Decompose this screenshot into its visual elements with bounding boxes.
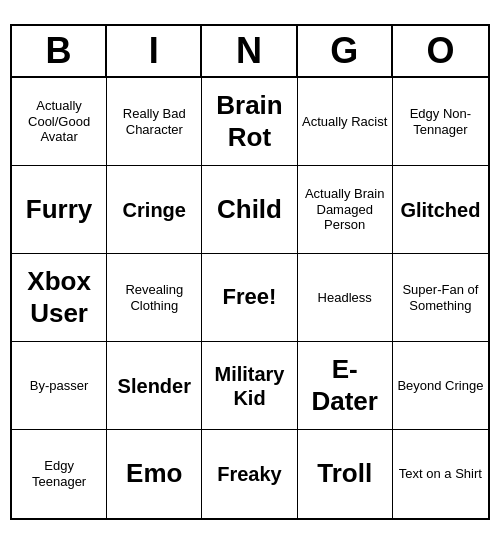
bingo-cell: Xbox User (12, 254, 107, 342)
bingo-cell-text: Edgy Non-Tennager (397, 106, 484, 137)
bingo-header-letter: G (298, 26, 393, 76)
bingo-header-letter: I (107, 26, 202, 76)
bingo-cell: Text on a Shirt (393, 430, 488, 518)
bingo-cell: Furry (12, 166, 107, 254)
bingo-cell-text: Free! (223, 284, 277, 310)
bingo-cell-text: Slender (118, 374, 191, 398)
bingo-cell-text: Actually Cool/Good Avatar (16, 98, 102, 145)
bingo-cell-text: Glitched (400, 198, 480, 222)
bingo-cell-text: Furry (26, 194, 92, 225)
bingo-cell-text: Edgy Teenager (16, 458, 102, 489)
bingo-cell: Actually Brain Damaged Person (298, 166, 393, 254)
bingo-cell: Actually Racist (298, 78, 393, 166)
bingo-cell: Really Bad Character (107, 78, 202, 166)
bingo-cell-text: E-Dater (302, 354, 388, 416)
bingo-cell: Glitched (393, 166, 488, 254)
bingo-cell-text: Brain Rot (206, 90, 292, 152)
bingo-cell-text: Troll (317, 458, 372, 489)
bingo-grid: Actually Cool/Good AvatarReally Bad Char… (12, 78, 488, 518)
bingo-cell-text: Freaky (217, 462, 282, 486)
bingo-header-letter: N (202, 26, 297, 76)
bingo-cell: Edgy Non-Tennager (393, 78, 488, 166)
bingo-cell-text: Military Kid (206, 362, 292, 410)
bingo-cell: By-passer (12, 342, 107, 430)
bingo-cell: Free! (202, 254, 297, 342)
bingo-cell-text: Xbox User (16, 266, 102, 328)
bingo-cell: Beyond Cringe (393, 342, 488, 430)
bingo-cell-text: Emo (126, 458, 182, 489)
bingo-cell-text: Really Bad Character (111, 106, 197, 137)
bingo-card: BINGO Actually Cool/Good AvatarReally Ba… (10, 24, 490, 520)
bingo-cell-text: Child (217, 194, 282, 225)
bingo-cell-text: Actually Brain Damaged Person (302, 186, 388, 233)
bingo-cell: Revealing Clothing (107, 254, 202, 342)
bingo-cell: Super-Fan of Something (393, 254, 488, 342)
bingo-header-letter: B (12, 26, 107, 76)
bingo-cell: Troll (298, 430, 393, 518)
bingo-cell: Military Kid (202, 342, 297, 430)
bingo-cell-text: Super-Fan of Something (397, 282, 484, 313)
bingo-cell: E-Dater (298, 342, 393, 430)
bingo-header: BINGO (12, 26, 488, 78)
bingo-cell-text: Cringe (123, 198, 186, 222)
bingo-cell: Headless (298, 254, 393, 342)
bingo-cell-text: By-passer (30, 378, 89, 394)
bingo-cell-text: Headless (318, 290, 372, 306)
bingo-cell: Brain Rot (202, 78, 297, 166)
bingo-cell: Slender (107, 342, 202, 430)
bingo-cell: Cringe (107, 166, 202, 254)
bingo-cell-text: Text on a Shirt (399, 466, 482, 482)
bingo-cell: Emo (107, 430, 202, 518)
bingo-header-letter: O (393, 26, 488, 76)
bingo-cell: Child (202, 166, 297, 254)
bingo-cell: Actually Cool/Good Avatar (12, 78, 107, 166)
bingo-cell-text: Beyond Cringe (397, 378, 483, 394)
bingo-cell-text: Actually Racist (302, 114, 387, 130)
bingo-cell: Edgy Teenager (12, 430, 107, 518)
bingo-cell-text: Revealing Clothing (111, 282, 197, 313)
bingo-cell: Freaky (202, 430, 297, 518)
